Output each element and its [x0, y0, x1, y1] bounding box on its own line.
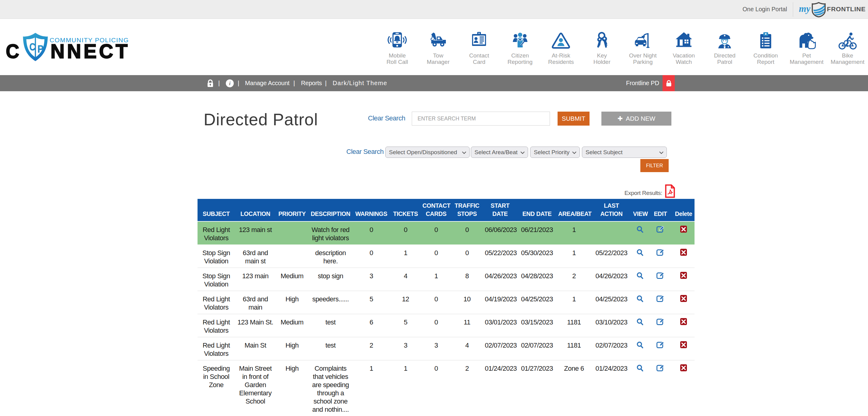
svg-text:NNECT: NNECT	[51, 40, 127, 62]
svg-text:C: C	[6, 40, 19, 62]
svg-text:i: i	[229, 80, 231, 86]
svg-text:C: C	[30, 41, 36, 53]
svg-text:COMMUNITY POLICING: COMMUNITY POLICING	[50, 36, 128, 43]
svg-text:P: P	[37, 43, 43, 55]
